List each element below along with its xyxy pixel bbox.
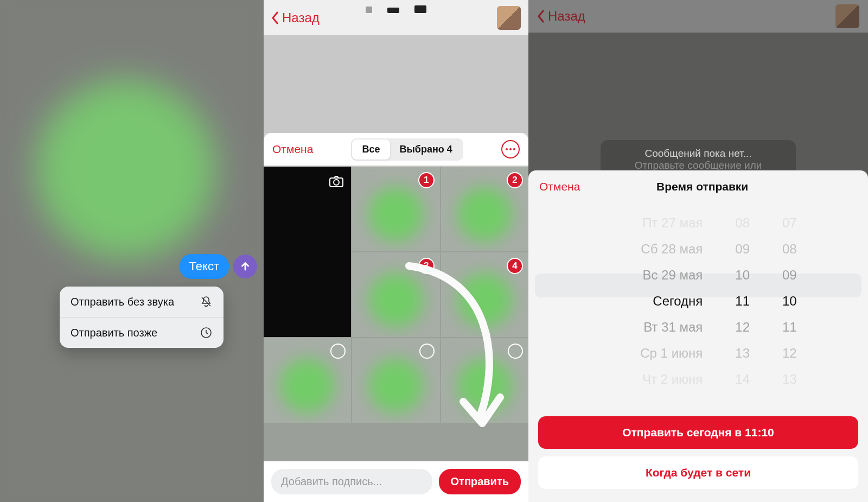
bell-mute-icon (200, 295, 213, 308)
picker-row: 13 (735, 344, 750, 363)
picker-header: Отмена Все Выбрано 4 (264, 133, 528, 166)
selection-badge: 4 (507, 258, 523, 274)
picker-col-day[interactable]: Пт 27 мая Сб 28 мая Вс 29 мая Сегодня Вт… (599, 214, 703, 405)
picker-col-hour[interactable]: 08 09 10 11 12 13 14 (735, 214, 750, 405)
picker-row: Сб 28 мая (599, 240, 703, 258)
photo-grid: 1 2 3 4 (264, 167, 528, 461)
picker-footer: Добавить подпись... Отправить (264, 461, 528, 502)
selection-badge: 3 (418, 258, 435, 274)
picker-row: 12 (782, 344, 797, 363)
picker-row: Вт 31 мая (599, 318, 703, 336)
picker-row-selected: Сегодня (599, 292, 703, 310)
camera-cell[interactable] (264, 167, 351, 337)
schedule-sheet: Отмена Время отправки Пт 27 мая Сб 28 ма… (528, 170, 868, 502)
empty-line: Сообщений пока нет... (612, 148, 784, 160)
selection-ring (508, 344, 523, 359)
picker-row-selected: 11 (735, 292, 750, 310)
clock-icon (200, 326, 213, 339)
selection-ring (419, 344, 435, 359)
photo-thumb[interactable] (264, 338, 351, 423)
picker-row: 13 (782, 370, 797, 389)
sheet-actions: Отправить сегодня в 11:10 Когда будет в … (528, 411, 868, 502)
back-label: Назад (282, 10, 320, 26)
datetime-picker[interactable]: Пт 27 мая Сб 28 мая Вс 29 мая Сегодня Вт… (528, 203, 868, 411)
photo-thumb[interactable]: 2 (441, 167, 528, 251)
screenshot-3-schedule-sheet: Назад Сообщений пока нет... Отправьте со… (528, 0, 868, 502)
status-bar-mock (366, 5, 426, 13)
outgoing-message-row: Текст (180, 254, 257, 279)
photo-thumb[interactable] (352, 338, 439, 423)
picker-row: 07 (782, 214, 797, 232)
caption-input[interactable]: Добавить подпись... (271, 469, 432, 494)
screenshot-1-context-menu: Текст Отправить без звука Отправить позж… (0, 0, 264, 502)
picker-row: Пт 27 мая (599, 214, 703, 232)
picker-row: 10 (735, 266, 750, 284)
chat-nav-bar: Назад (264, 0, 528, 35)
picker-col-min[interactable]: 07 08 09 10 11 12 13 (782, 214, 797, 405)
send-options-menu: Отправить без звука Отправить позже (60, 287, 224, 348)
picker-row: Чт 2 июня (599, 370, 703, 389)
more-button[interactable] (501, 140, 520, 158)
send-button[interactable]: Отправить (439, 469, 521, 494)
selection-badge: 2 (507, 172, 523, 188)
seg-selected[interactable]: Выбрано 4 (390, 139, 462, 160)
message-bubble[interactable]: Текст (180, 254, 229, 279)
photo-thumb[interactable]: 4 (441, 252, 528, 337)
avatar[interactable] (497, 6, 521, 30)
picker-row-selected: 10 (782, 292, 797, 310)
menu-item-send-later[interactable]: Отправить позже (60, 317, 224, 348)
picker-row: 14 (735, 370, 750, 389)
picker-row: Вс 29 мая (599, 266, 703, 284)
send-button[interactable] (233, 255, 257, 278)
arrow-up-icon (239, 260, 251, 272)
chat-background (264, 35, 528, 133)
back-button[interactable]: Назад (271, 10, 320, 26)
filter-segmented[interactable]: Все Выбрано 4 (351, 138, 463, 161)
picker-row: 08 (782, 240, 797, 258)
sheet-header: Отмена Время отправки (528, 170, 868, 203)
when-online-button[interactable]: Когда будет в сети (538, 456, 858, 489)
sheet-title: Время отправки (547, 180, 857, 193)
photo-thumb[interactable]: 1 (352, 167, 439, 251)
photo-thumb[interactable] (441, 338, 528, 423)
picker-row: 08 (735, 214, 750, 232)
picker-row: 12 (735, 318, 750, 336)
seg-all[interactable]: Все (352, 139, 390, 160)
menu-item-label: Отправить без звука (71, 296, 174, 308)
send-at-button[interactable]: Отправить сегодня в 11:10 (538, 416, 858, 449)
menu-item-label: Отправить позже (71, 327, 157, 339)
svg-point-2 (334, 180, 339, 185)
selection-badge: 1 (418, 172, 435, 188)
picker-row: 11 (782, 318, 797, 336)
menu-item-send-silently[interactable]: Отправить без звука (60, 287, 224, 317)
blurred-chat-background (0, 0, 264, 502)
screenshot-2-photo-picker: Назад Отмена Все Выбрано 4 1 2 3 4 (264, 0, 528, 502)
cancel-button[interactable]: Отмена (272, 143, 313, 156)
camera-icon (328, 173, 344, 189)
chevron-left-icon (271, 11, 280, 25)
picker-row: Ср 1 июня (599, 344, 703, 363)
picker-row: 09 (782, 266, 797, 284)
picker-row: 09 (735, 240, 750, 258)
photo-thumb[interactable]: 3 (352, 252, 439, 337)
empty-line: Отправьте сообщение или (612, 160, 784, 171)
